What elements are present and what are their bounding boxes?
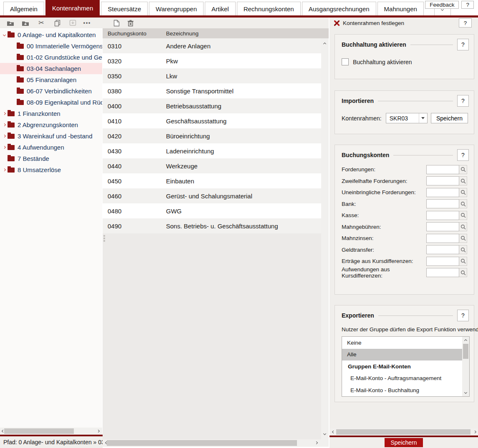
table-row[interactable]: 0440Werkzeuge (103, 158, 321, 173)
tree-item[interactable]: 8 Umsatzerlöse (0, 164, 102, 175)
column-bezeichnung[interactable]: Bezeichnung (166, 30, 199, 37)
scroll-right-icon[interactable] (313, 440, 320, 446)
list-vscrollbar[interactable] (462, 337, 469, 396)
new-document-button[interactable] (112, 18, 121, 28)
tree-item[interactable]: 01-02 Grundstücke und Gebäu (0, 52, 102, 63)
list-item[interactable]: Keine (342, 337, 462, 349)
copy-button[interactable] (53, 18, 62, 28)
table-row[interactable]: 0400Betriebsausstattung (103, 98, 321, 113)
chevron-down-icon[interactable] (1, 34, 8, 36)
buchhaltung-checkbox[interactable] (342, 58, 349, 65)
tree-item[interactable]: 1 Finanzkonten (0, 108, 102, 119)
folder-add-button[interactable] (21, 18, 30, 28)
more-button[interactable]: ••• (83, 18, 92, 28)
kontenrahmen-dropdown[interactable]: SKR03 (386, 113, 428, 123)
tree-item[interactable]: 7 Bestände (0, 153, 102, 164)
tab-allgemein[interactable]: Allgemein (3, 2, 44, 15)
table-vscrollbar[interactable] (321, 38, 329, 439)
table-row[interactable]: 0410Geschäftsausstattung (103, 113, 321, 128)
section-help-button[interactable]: ? (457, 149, 469, 161)
table-row[interactable]: 0310Andere Anlagen (103, 38, 321, 53)
tab-mahnungen[interactable]: Mahnungen (377, 2, 424, 15)
table-row[interactable]: 0430Ladeneinrichtung (103, 143, 321, 158)
feedback-button[interactable]: Feedback (425, 1, 459, 9)
table-hscrollbar[interactable] (103, 439, 321, 447)
tree-item-selected[interactable]: 03-04 Sachanlagen (0, 63, 102, 74)
table-row[interactable]: 0490Sons. Betriebs- u. Geschäftsausstatt… (103, 218, 321, 233)
panel-hscroll-thumb[interactable] (336, 429, 470, 435)
table-row[interactable]: 0480GWG (103, 203, 321, 218)
aufwendungen-kursdifferenzen-input[interactable] (426, 268, 459, 277)
column-buchungskonto[interactable]: Buchungskonto (103, 30, 166, 37)
search-button[interactable] (459, 268, 467, 277)
section-help-button[interactable]: ? (457, 95, 469, 107)
tree-item[interactable]: 3 Wareinkauf und -bestand (0, 130, 102, 142)
chevron-right-icon[interactable] (1, 124, 8, 126)
table-row[interactable]: 0320Pkw (103, 53, 321, 68)
folder-move-button[interactable] (6, 18, 15, 28)
geldtransfer-input[interactable] (426, 245, 459, 254)
section-help-button[interactable]: ? (457, 310, 469, 321)
table-hscroll-thumb[interactable] (107, 440, 297, 446)
tree-hscrollbar[interactable] (0, 428, 102, 435)
scroll-left-icon[interactable] (330, 429, 337, 435)
tree-item[interactable]: 0 Anlage- und Kapitalkonten (0, 29, 102, 40)
tree-item[interactable]: 2 Abgrenzungskonten (0, 119, 102, 130)
cut-button[interactable]: ✂ (37, 18, 46, 28)
tab-warengruppen[interactable]: Warengruppen (149, 2, 204, 15)
paste-button[interactable] (68, 18, 78, 28)
list-item[interactable]: E-Mail-Konto - Buchhaltung (342, 384, 462, 396)
tree-item[interactable]: 05 Finanzanlagen (0, 74, 102, 85)
delete-button[interactable] (126, 18, 135, 28)
forderungen-input[interactable] (426, 165, 459, 174)
panel-help-button[interactable]: ? (459, 18, 472, 28)
mahngebuehren-input[interactable] (426, 222, 459, 231)
splitter-grip[interactable] (103, 235, 105, 242)
table-row[interactable]: 0450Einbauten (103, 173, 321, 188)
list-item[interactable]: E-Mail-Konto - Auftragsmanagement (342, 373, 462, 385)
tree-item[interactable]: 4 Aufwendungen (0, 142, 102, 153)
bank-input[interactable] (426, 199, 459, 208)
scroll-down-icon[interactable] (463, 389, 469, 395)
search-button[interactable] (459, 211, 467, 220)
search-button[interactable] (459, 176, 467, 185)
kasse-input[interactable] (426, 211, 459, 220)
tab-ausgangsrechnungen[interactable]: Ausgangsrechnungen (302, 2, 376, 15)
section-help-button[interactable]: ? (457, 39, 469, 50)
table-row[interactable]: 0420Büroeinrichtung (103, 128, 321, 143)
uneinbringliche-forderungen-input[interactable] (426, 188, 459, 197)
search-button[interactable] (459, 165, 467, 174)
help-button[interactable]: ? (461, 1, 474, 9)
zweifelhafte-forderungen-input[interactable] (426, 176, 459, 185)
import-speichern-button[interactable]: Speichern (431, 113, 468, 123)
ertraege-kursdifferenzen-input[interactable] (426, 257, 459, 266)
search-button[interactable] (459, 199, 467, 208)
table-row[interactable]: 0460Gerüst- und Schalungsmaterial (103, 188, 321, 203)
scroll-right-icon[interactable] (95, 428, 101, 434)
chevron-right-icon[interactable] (1, 135, 8, 137)
tab-artikel[interactable]: Artikel (205, 2, 236, 15)
search-button[interactable] (459, 245, 467, 254)
search-button[interactable] (459, 257, 467, 266)
search-button[interactable] (459, 234, 467, 243)
table-row[interactable]: 0350Lkw (103, 68, 321, 83)
mahnzinsen-input[interactable] (426, 234, 459, 243)
tree-item[interactable]: 06-07 Verbindlichkeiten (0, 85, 102, 97)
chevron-right-icon[interactable] (1, 113, 8, 115)
list-group-header[interactable]: Gruppen E-Mail-Konten (342, 360, 462, 373)
tab-steuersaetze[interactable]: Steuersätze (101, 2, 148, 15)
search-button[interactable] (459, 222, 467, 231)
table-row[interactable]: 0380Sonstige Transportmittel (103, 83, 321, 98)
tab-kontenrahmen[interactable]: Kontenrahmen (45, 0, 100, 15)
scroll-up-icon[interactable] (322, 41, 328, 47)
tree-item[interactable]: 08-09 Eigenkapital und Rückla (0, 97, 102, 108)
search-button[interactable] (459, 188, 467, 197)
tree-hscroll-thumb[interactable] (4, 428, 74, 434)
scroll-down-icon[interactable] (322, 430, 328, 437)
chevron-right-icon[interactable] (1, 169, 8, 171)
scroll-right-icon[interactable] (472, 429, 478, 435)
tree-item[interactable]: 00 Immaterielle Vermögensgeg (0, 40, 102, 52)
speichern-button[interactable]: Speichern (385, 438, 423, 447)
tab-rechnungskonten[interactable]: Rechnungskonten (237, 2, 301, 15)
scroll-up-icon[interactable] (463, 338, 469, 344)
